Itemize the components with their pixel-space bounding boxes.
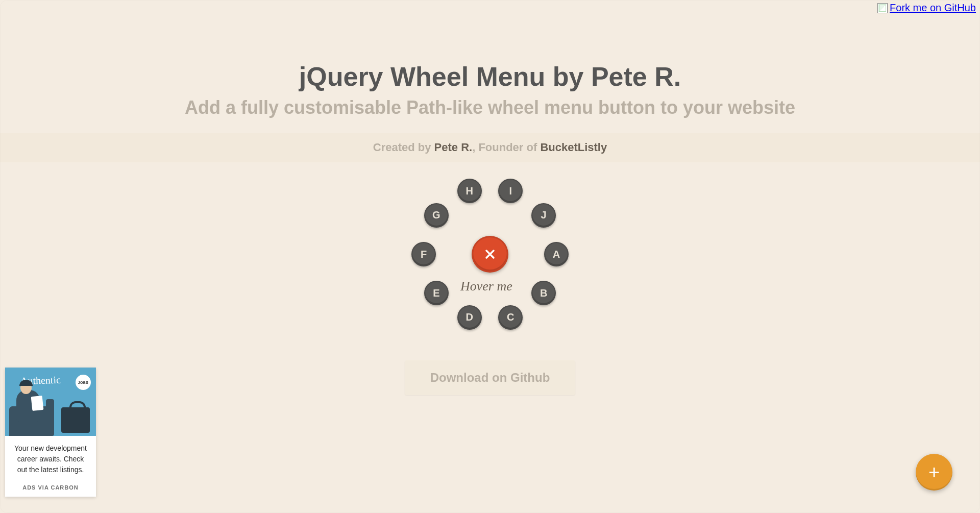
wheel-center-button[interactable] bbox=[472, 236, 508, 273]
hover-label: Hover me bbox=[460, 279, 512, 294]
plus-icon: + bbox=[928, 462, 940, 482]
carbon-ad[interactable]: Authentic JOBS Your new development care… bbox=[5, 368, 96, 497]
download-button-label: Download on Github bbox=[430, 371, 550, 384]
page-header: jQuery Wheel Menu by Pete R. Add a fully… bbox=[0, 0, 980, 118]
ad-badge: JOBS bbox=[76, 375, 91, 390]
broken-image-icon bbox=[877, 3, 888, 13]
page-title: jQuery Wheel Menu by Pete R. bbox=[0, 61, 980, 92]
wheel-item-e[interactable]: E bbox=[424, 281, 449, 305]
credits-prefix: Created by bbox=[373, 141, 434, 154]
wheel-item-d[interactable]: D bbox=[457, 305, 482, 330]
wheel-item-h[interactable]: H bbox=[457, 179, 482, 203]
download-button[interactable]: Download on Github bbox=[405, 360, 576, 395]
wheel-item-g[interactable]: G bbox=[424, 203, 449, 228]
wheel-item-f[interactable]: F bbox=[411, 242, 436, 266]
credits-bar: Created by Pete R., Founder of BucketLis… bbox=[0, 133, 980, 162]
credits-middle: , Founder of bbox=[472, 141, 540, 154]
wheel-item-i[interactable]: I bbox=[498, 179, 523, 203]
wheel-item-a[interactable]: A bbox=[544, 242, 569, 266]
wheel-item-j[interactable]: J bbox=[531, 203, 556, 228]
ad-image: Authentic JOBS bbox=[5, 368, 96, 436]
ad-text: Your new development career awaits. Chec… bbox=[5, 436, 96, 480]
floating-add-button[interactable]: + bbox=[916, 454, 952, 491]
wheel-menu-area: Hover me ABCDEFGHIJ bbox=[0, 174, 980, 357]
close-icon bbox=[484, 248, 496, 260]
wheel-item-c[interactable]: C bbox=[498, 305, 523, 330]
fork-github-text: Fork me on GitHub bbox=[890, 2, 976, 14]
ad-illustration bbox=[5, 390, 96, 436]
credits-site[interactable]: BucketListly bbox=[540, 141, 607, 154]
page-subtitle: Add a fully customisable Path-like wheel… bbox=[0, 97, 980, 118]
fork-github-link[interactable]: Fork me on GitHub bbox=[877, 2, 976, 14]
ad-via[interactable]: ADS VIA CARBON bbox=[5, 480, 96, 497]
wheel-item-b[interactable]: B bbox=[531, 281, 556, 305]
credits-author[interactable]: Pete R. bbox=[434, 141, 473, 154]
